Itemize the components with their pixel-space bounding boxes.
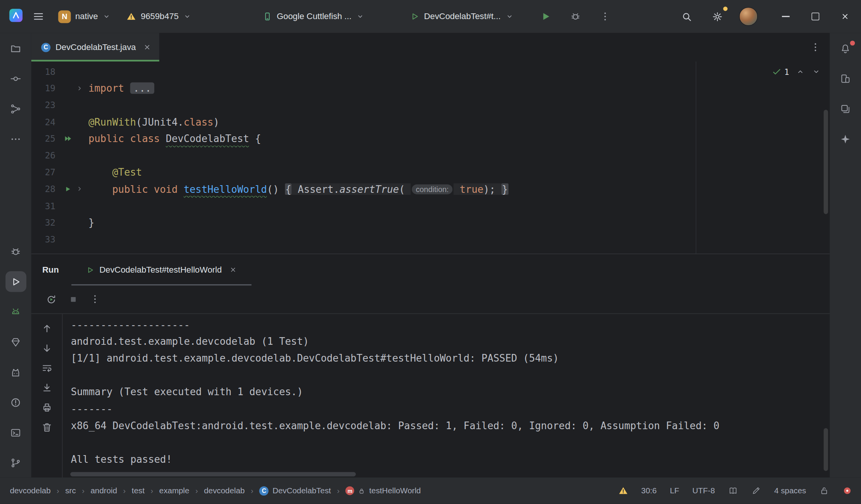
breadcrumb-item[interactable]: test [132,486,145,495]
fold-icon[interactable] [74,83,84,93]
line-number: 24 [31,117,55,127]
problems-tool-button[interactable] [6,395,26,410]
version-control-tool-button[interactable] [6,455,26,470]
chevron-down-icon [505,12,514,21]
run-gutter-icon[interactable] [61,184,74,194]
editor-scrollbar[interactable] [824,110,828,214]
line-number: 31 [31,200,55,211]
tab-devcodelabtest-java[interactable]: C DevCodelabTest.java [31,33,160,61]
console-line: x86_64 DevCodelabTest: [71,314,830,317]
soft-wrap-button[interactable] [39,362,55,373]
device-phone-icon [262,11,272,21]
cursor-position[interactable]: 30:6 [641,486,657,495]
run-panel-toolbar [31,286,830,313]
fold-icon[interactable] [74,184,84,194]
breadcrumb-item[interactable]: devcodelab [10,486,51,495]
android-studio-window: N native 9659b475 Google Cuttlefish ... … [0,0,861,504]
running-devices-tool-button[interactable] [6,304,26,319]
search-everywhere-button[interactable] [678,8,695,25]
run-configuration-selector[interactable]: DevCodelabTest#t... [405,9,518,24]
maximize-button[interactable] [807,8,824,25]
code-editor[interactable]: 1819import ...2324@RunWith(JUnit4.class)… [31,61,830,254]
user-avatar[interactable] [739,7,758,26]
debug-tool-button[interactable] [6,244,26,259]
tab-options-button[interactable] [810,42,821,53]
inspection-status[interactable]: 1 [772,67,789,76]
run-gutter-icon[interactable] [61,134,74,144]
status-bar: devcodelab›src›android›test›example›devc… [0,478,861,504]
logcat-tool-button[interactable] [6,365,26,380]
inspection-count: 1 [784,67,789,76]
console-vertical-scrollbar[interactable] [824,428,828,471]
branch-selector[interactable]: 9659b475 [122,9,196,24]
close-tab-icon[interactable] [143,43,152,52]
line-number: 28 [31,184,55,194]
console-horizontal-scrollbar[interactable] [70,472,356,477]
highlighting-level[interactable] [751,486,761,496]
code-line-33: 33 [31,231,830,248]
minimize-button[interactable] [778,8,794,25]
console-output[interactable]: x86_64 DevCodelabTest:------------------… [63,314,830,478]
prev-occurrence-button[interactable] [39,323,55,334]
indent-style[interactable]: 4 spaces [774,486,806,495]
run-tab-devcodelabtest[interactable]: DevCodelabTest#testHelloWorld [71,254,251,286]
build-variants-tool-button[interactable] [835,101,855,116]
breadcrumb-item[interactable]: devcodelab [204,486,245,495]
line-number: 32 [31,217,55,228]
file-encoding[interactable]: UTF-8 [692,486,715,495]
project-selector[interactable]: N native [54,7,116,25]
console-line: android.test.example.devcodelab (1 Test) [71,333,830,350]
print-button[interactable] [39,402,55,413]
run-button[interactable] [537,8,554,25]
lock-icon [358,487,366,494]
breadcrumb-item[interactable]: example [159,486,189,495]
line-separator[interactable]: LF [670,486,679,495]
debug-button[interactable] [566,8,584,25]
breadcrumb-item[interactable]: src [65,486,76,495]
reader-mode-toggle[interactable] [728,486,738,496]
left-bar-bottom [0,244,31,485]
breadcrumb-item[interactable]: CDevCodelabTest [259,486,331,495]
structure-tool-button[interactable] [6,101,26,116]
clear-console-button[interactable] [39,422,55,433]
next-problem-icon[interactable] [812,67,821,76]
code-line-26: 26 [31,147,830,164]
line-number: 27 [31,167,55,178]
settings-button[interactable] [708,8,726,25]
next-occurrence-button[interactable] [39,342,55,354]
code-line-28: 28 public void testHelloWorld() { Assert… [31,181,830,197]
statusbar-right: 30:6LFUTF-84 spaces [618,486,852,496]
app-quality-insights-tool-button[interactable] [6,334,26,349]
rerun-button[interactable] [45,293,57,305]
write-access-toggle[interactable] [819,486,829,496]
right-bar-items [830,33,861,161]
breadcrumbs: devcodelab›src›android›test›example›devc… [10,486,421,495]
close-run-tab-icon[interactable] [229,266,237,274]
code-line-27: 27 @Test [31,164,830,181]
scroll-to-end-button[interactable] [39,382,55,393]
stop-button[interactable] [68,294,78,304]
project-tool-button[interactable] [6,40,26,56]
device-selector[interactable]: Google Cuttlefish ... [258,9,369,24]
inspections-widget[interactable]: 1 [772,67,821,76]
device-name: Google Cuttlefish ... [277,11,352,21]
more-actions-button[interactable] [596,8,614,25]
commit-tool-button[interactable] [6,71,26,86]
notifications-button[interactable] [835,40,855,56]
main-menu-button[interactable] [30,8,47,25]
breadcrumb-item[interactable]: mtestHelloWorld [346,486,421,495]
terminal-tool-button[interactable] [6,425,26,440]
more-tool-windows-button[interactable] [6,131,26,147]
device-manager-tool-button[interactable] [835,71,855,86]
error-indicator[interactable] [842,486,852,496]
run-panel-more-button[interactable] [89,294,100,305]
previous-problem-icon[interactable] [796,67,805,76]
code-line-23: 23 [31,97,830,113]
warnings-indicator[interactable] [618,486,628,496]
gemini-tool-button[interactable] [835,131,855,147]
right-toolwindow-bar [830,33,861,477]
close-window-button[interactable] [837,8,853,25]
breadcrumb-item[interactable]: android [91,486,117,495]
code-line-31: 31 [31,197,830,214]
run-tool-button[interactable] [5,271,26,292]
